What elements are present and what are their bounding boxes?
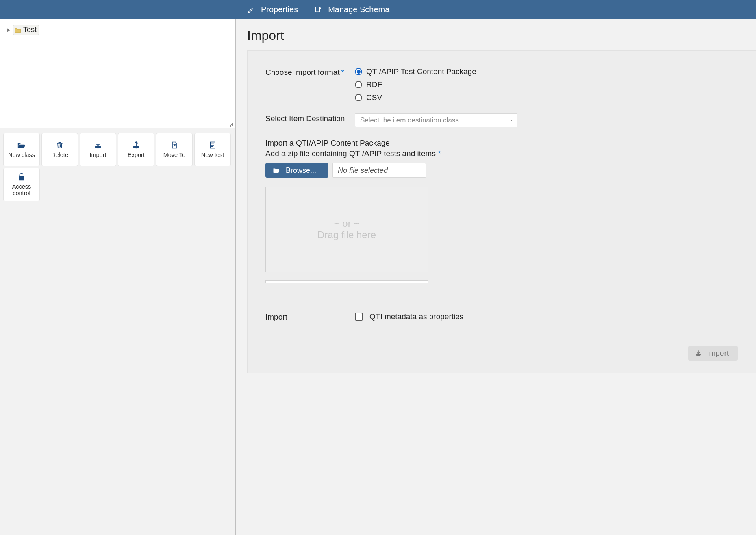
progress-bar [265, 280, 428, 283]
import-button[interactable]: Import [80, 133, 116, 166]
format-qti-label: QTI/APIP Test Content Package [366, 67, 476, 76]
folder-open-icon [273, 167, 280, 174]
import-options-row: Import QTI metadata as properties [265, 312, 738, 322]
browse-row: Browse... No file selected [265, 163, 738, 178]
format-option-rdf[interactable]: RDF [355, 80, 476, 89]
export-button[interactable]: Export [118, 133, 154, 166]
delete-label: Delete [51, 152, 68, 159]
manage-schema-tab[interactable]: Manage Schema [314, 5, 389, 14]
tree-root-label: Test [23, 26, 37, 34]
folder-open-icon [17, 141, 26, 150]
format-csv-label: CSV [366, 93, 382, 102]
file-name-display: No file selected [332, 163, 426, 178]
format-row: Choose import format* QTI/APIP Test Cont… [265, 67, 738, 102]
properties-label: Properties [261, 5, 298, 14]
move-to-button[interactable]: Move To [156, 133, 193, 166]
document-list-icon [208, 141, 217, 150]
import-icon [93, 141, 102, 150]
top-bar-right: Properties Manage Schema [241, 0, 389, 19]
export-label: Export [128, 152, 145, 159]
folder-pill[interactable]: Test [13, 25, 39, 35]
browse-button[interactable]: Browse... [265, 163, 328, 178]
drop-or-label: ~ or ~ [334, 218, 360, 229]
radio-icon [355, 94, 362, 101]
format-option-csv[interactable]: CSV [355, 93, 476, 102]
required-marker: * [341, 68, 344, 76]
delete-button[interactable]: Delete [41, 133, 78, 166]
metadata-checkbox[interactable] [355, 313, 363, 321]
format-radio-group: QTI/APIP Test Content Package RDF CSV [355, 67, 476, 102]
page-title: Import [247, 28, 756, 43]
pencil-icon [247, 6, 255, 14]
import-submit-label: Import [707, 349, 729, 358]
trash-icon [55, 141, 64, 150]
folder-icon [15, 27, 21, 33]
format-option-qti[interactable]: QTI/APIP Test Content Package [355, 67, 476, 76]
new-class-button[interactable]: New class [3, 133, 40, 166]
import-options-label: Import [265, 312, 355, 322]
metadata-checkbox-label: QTI metadata as properties [369, 312, 463, 321]
destination-placeholder: Select the item destination class [360, 116, 459, 124]
properties-tab[interactable]: Properties [247, 5, 298, 14]
new-test-button[interactable]: New test [194, 133, 231, 166]
unlock-icon [17, 172, 26, 181]
import-panel: Choose import format* QTI/APIP Test Cont… [247, 50, 756, 373]
access-control-button[interactable]: Access control [3, 168, 40, 201]
main-area: ▶ Test New class Delete [0, 19, 756, 535]
move-to-label: Move To [163, 152, 186, 159]
upload-section: Import a QTI/APIP Content Package Add a … [265, 139, 738, 283]
destination-label: Select Item Destination [265, 113, 355, 127]
left-column: ▶ Test New class Delete [0, 19, 236, 535]
upload-subheading: Add a zip file containing QTI/APIP tests… [265, 149, 738, 158]
import-label: Import [89, 152, 106, 159]
drop-zone[interactable]: ~ or ~ Drag file here [265, 187, 428, 272]
upload-heading: Import a QTI/APIP Content Package [265, 139, 738, 148]
tree-root-item[interactable]: ▶ Test [7, 25, 39, 35]
radio-icon [355, 81, 362, 88]
radio-icon [355, 68, 362, 75]
expand-icon[interactable]: ▶ [7, 28, 11, 32]
new-test-label: New test [201, 152, 224, 159]
tree-pane[interactable]: ▶ Test [0, 19, 235, 128]
destination-select[interactable]: Select the item destination class [355, 113, 517, 127]
format-label: Choose import format* [265, 67, 355, 102]
edit-note-icon [314, 6, 322, 14]
svg-rect-2 [19, 176, 24, 180]
right-column: Import Choose import format* QTI/APIP Te… [236, 19, 756, 535]
export-icon [132, 141, 141, 150]
action-grid: New class Delete Import Export [0, 128, 235, 206]
manage-schema-label: Manage Schema [328, 5, 389, 14]
destination-row: Select Item Destination Select the item … [265, 113, 738, 127]
drop-drag-label: Drag file here [317, 229, 376, 241]
download-icon [695, 350, 702, 357]
footer-row: Import [265, 346, 738, 361]
file-arrow-icon [170, 141, 179, 150]
import-submit-button[interactable]: Import [688, 346, 738, 361]
access-control-label: Access control [12, 184, 31, 197]
new-class-label: New class [8, 152, 35, 159]
browse-label: Browse... [286, 166, 316, 175]
top-bar: Properties Manage Schema [0, 0, 756, 19]
format-rdf-label: RDF [366, 80, 382, 89]
